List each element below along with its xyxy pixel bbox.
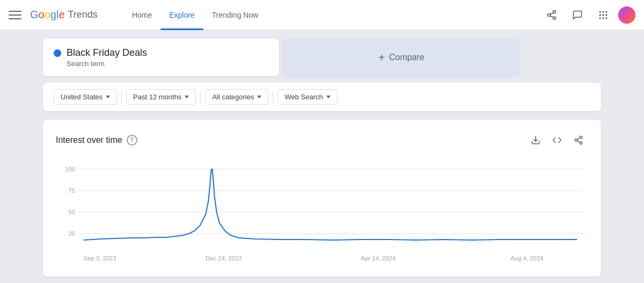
svg-point-6 — [602, 11, 604, 12]
interest-chart: 100 75 50 25 Sep 3, 2023 Dec 24, 2023 Ap… — [56, 158, 588, 266]
term-name: Black Friday Deals — [67, 47, 147, 59]
filter-separator-3 — [273, 91, 273, 104]
svg-point-10 — [605, 14, 607, 16]
download-button[interactable] — [526, 130, 545, 150]
chevron-down-icon-4 — [326, 96, 331, 98]
svg-text:25: 25 — [69, 230, 76, 237]
nav-explore[interactable]: Explore — [160, 0, 203, 30]
logo-text: Google — [30, 9, 65, 21]
search-term-card: Black Friday Deals Search term — [43, 39, 279, 76]
compare-card[interactable]: + Compare — [283, 39, 519, 76]
logo-trends-text: Trends — [68, 9, 98, 20]
header: Google Trends Home Explore Trending Now — [0, 0, 644, 30]
svg-point-5 — [599, 11, 601, 12]
main-nav: Home Explore Trending Now — [123, 0, 267, 30]
term-type: Search term — [54, 60, 268, 68]
svg-text:Aug 4, 2024: Aug 4, 2024 — [510, 255, 543, 262]
svg-text:75: 75 — [69, 187, 76, 194]
nav-trending[interactable]: Trending Now — [203, 0, 267, 30]
search-row: Black Friday Deals Search term + Compare — [43, 39, 601, 76]
share-button[interactable] — [541, 4, 562, 26]
filter-search-type[interactable]: Web Search — [277, 89, 337, 105]
svg-text:Apr 14, 2024: Apr 14, 2024 — [361, 255, 396, 262]
chevron-down-icon-2 — [185, 96, 189, 98]
filter-separator-1 — [121, 91, 122, 104]
svg-point-14 — [618, 6, 635, 24]
share-chart-button[interactable] — [569, 130, 588, 150]
main-content: Black Friday Deals Search term + Compare… — [0, 30, 644, 283]
header-right — [541, 4, 635, 26]
svg-point-11 — [599, 17, 601, 19]
svg-line-19 — [577, 141, 580, 142]
svg-point-12 — [602, 17, 604, 19]
chart-title: Interest over time — [56, 135, 122, 145]
filter-category-label: All categories — [212, 93, 254, 101]
svg-point-7 — [605, 11, 607, 12]
filter-time-label: Past 12 months — [133, 93, 181, 101]
user-avatar[interactable] — [618, 6, 635, 24]
search-term-header: Black Friday Deals — [54, 47, 268, 59]
svg-text:Dec 24, 2023: Dec 24, 2023 — [206, 255, 242, 262]
menu-icon[interactable] — [9, 9, 21, 21]
help-icon[interactable]: ? — [127, 135, 137, 146]
term-dot — [54, 49, 61, 57]
filter-separator-2 — [200, 91, 201, 104]
svg-text:Sep 3, 2023: Sep 3, 2023 — [84, 255, 116, 262]
nav-home[interactable]: Home — [123, 0, 160, 30]
embed-button[interactable] — [547, 130, 567, 150]
svg-point-13 — [605, 17, 607, 19]
feedback-button[interactable] — [567, 4, 588, 26]
chevron-down-icon-3 — [257, 96, 261, 98]
svg-text:100: 100 — [65, 166, 75, 172]
chevron-down-icon — [106, 96, 110, 98]
filter-region[interactable]: United States — [54, 89, 117, 105]
chart-container: 100 75 50 25 Sep 3, 2023 Dec 24, 2023 Ap… — [56, 158, 588, 266]
chart-title-row: Interest over time ? — [56, 135, 137, 146]
svg-line-4 — [550, 12, 553, 14]
filter-category[interactable]: All categories — [205, 89, 268, 105]
filters-row: United States Past 12 months All categor… — [43, 83, 601, 111]
chart-card: Interest over time ? — [43, 120, 601, 277]
filter-region-label: United States — [61, 93, 103, 101]
compare-plus-icon: + — [378, 52, 385, 64]
svg-point-8 — [599, 14, 601, 16]
filter-search-type-label: Web Search — [284, 93, 323, 101]
svg-line-20 — [577, 138, 580, 140]
svg-text:50: 50 — [69, 209, 76, 215]
apps-button[interactable] — [592, 4, 614, 26]
compare-inner: + Compare — [378, 52, 425, 64]
chart-header: Interest over time ? — [56, 130, 588, 150]
svg-point-9 — [602, 14, 604, 16]
header-left: Google Trends Home Explore Trending Now — [9, 0, 267, 30]
chart-actions — [526, 130, 588, 150]
compare-label: Compare — [389, 53, 425, 62]
filter-time[interactable]: Past 12 months — [126, 89, 196, 105]
logo[interactable]: Google Trends — [30, 9, 98, 21]
svg-line-3 — [550, 16, 553, 17]
